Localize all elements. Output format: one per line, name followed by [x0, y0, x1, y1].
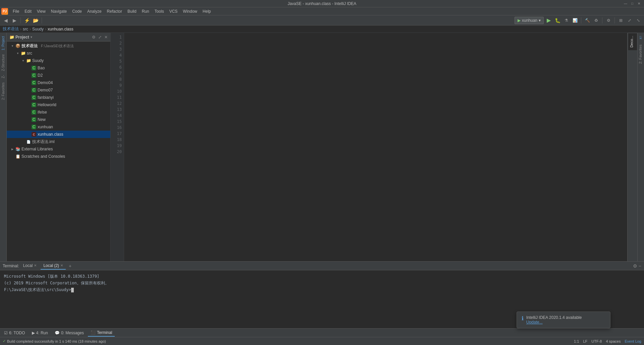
- menu-code[interactable]: Code: [69, 7, 85, 15]
- tree-label-demo04: Demo04: [38, 80, 53, 85]
- tree-item-scratches[interactable]: ▶ 📋 Scratches and Consoles: [7, 153, 110, 160]
- expand-arrow-src: ▼: [16, 52, 19, 55]
- breadcrumb-item-1[interactable]: 技术语法: [3, 26, 19, 32]
- menu-tools[interactable]: Tools: [152, 7, 167, 15]
- tree-item-xunhuan[interactable]: ▶ C xunhuan: [7, 123, 110, 131]
- breadcrumb-item-3[interactable]: Suudy: [32, 27, 44, 31]
- tree-item-ext-libs[interactable]: ▶ 📚 External Libraries: [7, 145, 110, 153]
- code-editor[interactable]: [124, 33, 627, 261]
- terminal-tab-local2-close[interactable]: ✕: [60, 264, 63, 267]
- line-num-9: 9: [111, 82, 122, 88]
- root-project-icon: 📦: [15, 44, 20, 48]
- menu-run[interactable]: Run: [139, 7, 152, 15]
- left-edge-project-tab[interactable]: 1: Project: [1, 34, 6, 52]
- right-edge-tab-1[interactable]: x↑: [638, 33, 644, 42]
- line-num-6: 6: [111, 64, 122, 70]
- tree-item-src[interactable]: ▼ 📁 src: [7, 50, 110, 57]
- bottom-tab-messages[interactable]: 💬 0: Messages: [52, 329, 87, 337]
- tree-item-helloworld[interactable]: ▶ C Helloworld: [7, 101, 110, 109]
- terminal-tab-local1[interactable]: Local ✕: [20, 262, 40, 270]
- tree-item-d2[interactable]: ▶ C D2: [7, 72, 110, 79]
- tree-item-xunhuan-class[interactable]: ▶ c xunhuan.class: [7, 131, 110, 138]
- breadcrumb-item-4[interactable]: xunhuan.class: [48, 27, 73, 31]
- toolbar-btn-4[interactable]: 📂: [32, 17, 39, 24]
- cursor-position[interactable]: 1:1: [574, 339, 579, 343]
- project-panel-close-icon[interactable]: ✕: [104, 35, 108, 40]
- project-panel-expand-icon[interactable]: ⤢: [98, 35, 102, 40]
- menu-vcs[interactable]: VCS: [167, 7, 180, 15]
- line-num-8: 8: [111, 76, 122, 82]
- menu-edit[interactable]: Edit: [22, 7, 34, 15]
- terminal-tab-local1-close[interactable]: ✕: [34, 264, 37, 267]
- encoding[interactable]: UTF-8: [591, 339, 602, 343]
- event-log-button[interactable]: Event Log: [625, 339, 641, 343]
- menu-view[interactable]: View: [34, 7, 48, 15]
- coverage-button[interactable]: ⚗: [562, 17, 570, 24]
- tree-item-suudy[interactable]: ▼ 📁 Suudy: [7, 57, 110, 64]
- run-config-dropdown[interactable]: ▶ xunhuan ▾: [515, 17, 544, 24]
- menu-navigate[interactable]: Navigate: [48, 7, 69, 15]
- breadcrumb: 技术语法 › src › Suudy › xunhuan.class: [0, 25, 644, 33]
- toolbar-btn-3[interactable]: ⚡: [23, 17, 31, 24]
- tree-item-fanbianyi[interactable]: ▶ C fanbianyi: [7, 94, 110, 101]
- menu-help[interactable]: Help: [200, 7, 214, 15]
- tree-label-ifelse: ifelse: [38, 110, 47, 115]
- terminal-cursor: [71, 288, 74, 292]
- decompiler-tab[interactable]: Deco...: [628, 33, 637, 50]
- menu-analyze[interactable]: Analyze: [85, 7, 104, 15]
- terminal-new-session-button[interactable]: +: [67, 263, 73, 269]
- minimize-button[interactable]: —: [623, 1, 628, 6]
- rebuild-button[interactable]: ♻: [592, 17, 600, 24]
- bottom-tab-todo[interactable]: ☑ 6: TODO: [1, 329, 28, 337]
- menu-refactor[interactable]: Refactor: [104, 7, 125, 15]
- close-button[interactable]: ✕: [637, 1, 641, 6]
- project-panel-gear-icon[interactable]: ⚙: [92, 35, 96, 40]
- terminal-minimize-icon[interactable]: −: [639, 263, 641, 269]
- tree-sublabel-root: F:\JavaSE\技术语法: [41, 44, 74, 49]
- line-separator[interactable]: LF: [583, 339, 587, 343]
- tree-item-root[interactable]: ▼ 📦 技术语法 F:\JavaSE\技术语法: [7, 42, 110, 50]
- terminal-settings-icon[interactable]: ⚙: [633, 263, 637, 269]
- xunhuan-class-icon: C: [32, 125, 36, 129]
- navigate-forward-button[interactable]: ▶: [11, 17, 18, 24]
- layout-button[interactable]: ⊞: [617, 17, 625, 24]
- left-edge-favorites-tab[interactable]: 2: Favorites: [1, 80, 6, 102]
- bottom-tab-run[interactable]: ▶ 4: Run: [29, 329, 51, 337]
- tree-item-new[interactable]: ▶ C New: [7, 116, 110, 123]
- left-edge-z2-tab[interactable]: Z-: [1, 73, 6, 80]
- left-edge-structure-tab[interactable]: Z-Structure: [1, 52, 6, 73]
- menu-window[interactable]: Window: [180, 7, 200, 15]
- menu-file[interactable]: File: [10, 7, 22, 15]
- build-success-icon: ✓: [3, 339, 6, 343]
- tree-item-bao[interactable]: ▶ C Bao: [7, 64, 110, 72]
- tree-item-ifelse[interactable]: ▶ C ifelse: [7, 109, 110, 116]
- bottom-tab-terminal[interactable]: ⬛ Terminal: [88, 329, 115, 337]
- toolbar-separator-2: [42, 17, 42, 23]
- indent-settings[interactable]: 4 spaces: [606, 339, 621, 343]
- terminal-label: Terminal:: [3, 264, 19, 268]
- collapse-button[interactable]: ⤡: [635, 17, 642, 24]
- breadcrumb-item-2[interactable]: src: [23, 27, 28, 31]
- build-status-text: Build completed successfully in 1 s 140 …: [7, 339, 106, 343]
- settings-button[interactable]: ⚙: [605, 17, 612, 24]
- expand-button[interactable]: ⤢: [626, 17, 633, 24]
- tree-item-iml[interactable]: ▶ 📄 技术语法.iml: [7, 138, 110, 145]
- tree-label-iml: 技术语法.iml: [32, 139, 55, 145]
- menu-build[interactable]: Build: [125, 7, 139, 15]
- tree-item-demo07[interactable]: ▶ C Demo07: [7, 86, 110, 94]
- right-edge-tabs: x↑ 2: Favorites: [637, 33, 644, 261]
- build-button[interactable]: 🔨: [584, 17, 591, 24]
- run-button[interactable]: ▶: [545, 17, 552, 24]
- profiler-button[interactable]: 📊: [571, 17, 579, 24]
- notification-update-link[interactable]: Update...: [526, 320, 582, 325]
- line-num-15: 15: [111, 119, 122, 125]
- tree-item-demo04[interactable]: ▶ C Demo04: [7, 79, 110, 86]
- project-dropdown-icon[interactable]: ▾: [31, 35, 32, 39]
- debug-button[interactable]: 🐛: [554, 17, 561, 24]
- terminal-tab-local2[interactable]: Local (2) ✕: [41, 262, 66, 270]
- tree-label-d2: D2: [38, 73, 43, 78]
- window-controls: — □ ✕: [623, 1, 641, 6]
- right-edge-tab-2[interactable]: 2: Favorites: [638, 42, 644, 66]
- navigate-back-button[interactable]: ◀: [2, 17, 9, 24]
- maximize-button[interactable]: □: [630, 1, 635, 6]
